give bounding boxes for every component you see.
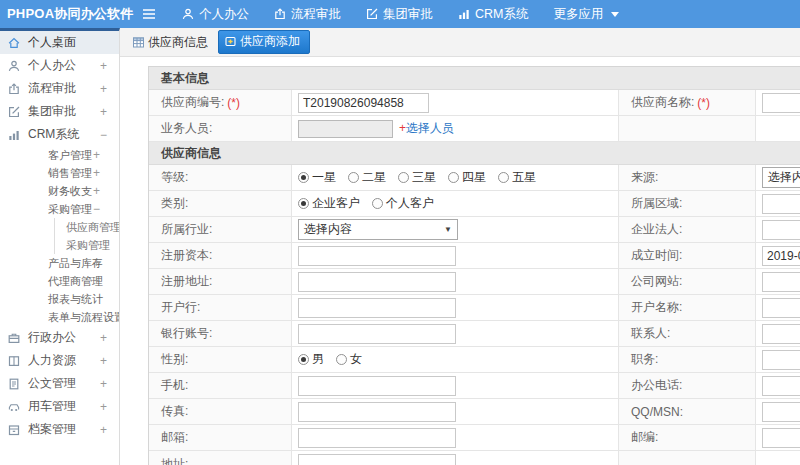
region-input[interactable]	[762, 194, 800, 214]
nav-item-label: 个人办公	[199, 6, 249, 23]
field-label: 传真:	[149, 399, 292, 424]
field-cell	[292, 269, 619, 294]
office-phone-input[interactable]	[762, 376, 800, 396]
label-text: 等级:	[161, 169, 188, 186]
sidebar-item-reports-stats[interactable]: 报表与统计	[0, 290, 119, 308]
sidebar-item-admin-office[interactable]: 行政办公+	[0, 326, 119, 349]
nav-item-workflow-approval[interactable]: 流程审批	[274, 6, 341, 23]
supplier-no-input[interactable]	[298, 93, 429, 113]
field-cell: 男女	[292, 347, 619, 372]
nav-item-personal-office[interactable]: 个人办公	[182, 6, 249, 23]
email-input[interactable]	[298, 428, 456, 448]
app-logo: PHPOA协同办公软件	[0, 5, 128, 23]
business-staff-input[interactable]	[298, 120, 393, 138]
label-text: 来源:	[631, 169, 658, 186]
label-text: 注册地址:	[161, 273, 212, 290]
sidebar-item-personal-desktop[interactable]: 个人桌面	[0, 31, 119, 54]
table-icon	[133, 37, 144, 48]
zip-code-input[interactable]	[762, 428, 800, 448]
sidebar-item-human-resources[interactable]: 人力资源+	[0, 349, 119, 372]
contact-person-input[interactable]	[762, 324, 800, 344]
address-input[interactable]	[298, 454, 456, 465]
level-radio-3[interactable]: 四星	[448, 169, 486, 186]
field-cell: 企业客户个人客户	[292, 191, 619, 216]
nav-item-more-apps[interactable]: 更多应用	[553, 6, 619, 23]
established-date-input[interactable]	[762, 246, 800, 266]
nav-item-label: CRM系统	[475, 6, 528, 23]
field-cell	[292, 399, 619, 424]
field-cell	[756, 90, 800, 115]
link-text: 选择人员	[406, 121, 454, 135]
sidebar-item-workflow-approval[interactable]: 流程审批+	[0, 77, 119, 100]
level-radio-0[interactable]: 一星	[298, 169, 336, 186]
form-row: 传真:QQ/MSN:	[149, 399, 800, 425]
radio-icon	[372, 198, 383, 209]
sidebar-item-personal-office[interactable]: 个人办公+	[0, 54, 119, 77]
sidebar-item-label: 人力资源	[28, 352, 76, 369]
category-radio-0[interactable]: 企业客户	[298, 195, 360, 212]
sidebar-item-group-approval[interactable]: 集团审批+	[0, 100, 119, 123]
sidebar-item-label: CRM系统	[28, 126, 79, 143]
nav-item-group-approval[interactable]: 集团审批	[366, 6, 433, 23]
sidebar-item-finance-mgmt[interactable]: 财务收支+	[0, 182, 119, 200]
field-label: 地址:	[149, 451, 292, 465]
company-website-input[interactable]	[762, 272, 800, 292]
expand-plus-icon: +	[93, 148, 100, 162]
sidebar-item-sales-mgmt[interactable]: 销售管理+	[0, 164, 119, 182]
menu-toggle-icon[interactable]	[142, 8, 156, 20]
bank-input[interactable]	[298, 298, 456, 318]
expand-plus-icon: +	[100, 353, 107, 367]
sidebar-item-label: 采购管理	[48, 202, 92, 217]
tab-supplier-add[interactable]: 供应商添加	[218, 30, 310, 54]
sidebar-item-customer-mgmt[interactable]: 客户管理+	[0, 146, 119, 164]
sidebar-item-document-mgmt[interactable]: 公文管理+	[0, 372, 119, 395]
field-cell	[756, 243, 800, 268]
gender-radio-0[interactable]: 男	[298, 351, 324, 368]
chart-icon	[458, 8, 470, 20]
source-select[interactable]: 选择内容▼	[762, 167, 800, 188]
category-radio-1[interactable]: 个人客户	[372, 195, 434, 212]
mobile-input[interactable]	[298, 376, 456, 396]
sidebar-item-form-flow-settings[interactable]: 表单与流程设置+	[0, 308, 119, 326]
fax-input[interactable]	[298, 402, 456, 422]
level-radio-2[interactable]: 三星	[398, 169, 436, 186]
tab-supplier-info[interactable]: 供应商信息	[133, 34, 208, 51]
sidebar-item-supplier-mgmt[interactable]: 供应商管理	[54, 218, 119, 236]
bank-account-input[interactable]	[298, 324, 456, 344]
registered-capital-input[interactable]	[298, 246, 456, 266]
sidebar-item-crm-system[interactable]: CRM系统−	[0, 123, 119, 146]
field-label: 联系人:	[619, 321, 756, 346]
select-value: 选择内容	[304, 221, 352, 238]
supplier-name-input[interactable]	[762, 93, 800, 113]
sidebar-item-archive-mgmt[interactable]: 档案管理+	[0, 418, 119, 441]
radio-label: 企业客户	[312, 195, 360, 212]
radio-label: 二星	[362, 169, 386, 186]
label-text: 供应商编号:	[161, 94, 224, 111]
sidebar-item-product-inventory[interactable]: 产品与库存+	[0, 254, 119, 272]
qq-msn-input[interactable]	[762, 402, 800, 422]
radio-label: 女	[350, 351, 362, 368]
sidebar-item-purchase-mgmt[interactable]: 采购管理−	[0, 200, 119, 218]
caret-down-icon	[611, 12, 619, 17]
account-name-input[interactable]	[762, 298, 800, 318]
label-text: 开户名称:	[631, 299, 682, 316]
level-radio-1[interactable]: 二星	[348, 169, 386, 186]
gender-radio-1[interactable]: 女	[336, 351, 362, 368]
legal-person-input[interactable]	[762, 220, 800, 240]
nav-item-label: 更多应用	[553, 6, 603, 23]
level-radio-4[interactable]: 五星	[498, 169, 536, 186]
registered-address-input[interactable]	[298, 272, 456, 292]
sidebar-item-label: 采购管理	[66, 238, 110, 253]
job-title-input[interactable]	[762, 350, 800, 370]
section-header: 供应商信息	[149, 142, 800, 165]
label-text: 联系人:	[631, 325, 670, 342]
sidebar-item-vehicle-mgmt[interactable]: 用车管理+	[0, 395, 119, 418]
industry-select[interactable]: 选择内容▼	[298, 219, 458, 240]
form-row: 地址:	[149, 451, 800, 465]
sidebar-item-purchase-mgmt-sub[interactable]: 采购管理	[54, 236, 119, 254]
label-text: 邮箱:	[161, 429, 188, 446]
sidebar-item-agent-mgmt[interactable]: 代理商管理+	[0, 272, 119, 290]
label-text: 银行账号:	[161, 325, 212, 342]
select-person-link[interactable]: +选择人员	[399, 120, 454, 137]
nav-item-crm-system[interactable]: CRM系统	[458, 6, 528, 23]
